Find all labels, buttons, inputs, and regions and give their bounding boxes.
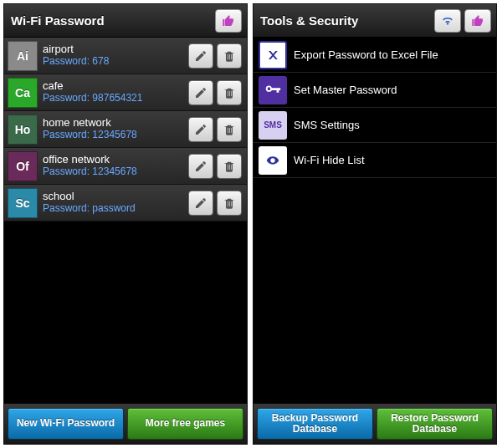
row-text: home network Password: 12345678 [43,117,188,141]
edit-button[interactable] [188,154,213,179]
svg-point-0 [272,159,274,161]
screen-wifi-password: Wi-Fi Password Ai airport Password: 678 … [3,3,248,445]
trash-icon [223,160,236,173]
password-line: Password: 678 [43,56,188,68]
delete-button[interactable] [217,191,242,216]
delete-button[interactable] [217,43,242,69]
tool-label: Wi-Fi Hide List [294,154,365,166]
tools-list: Export Password to Excel File Set Master… [254,38,496,178]
titlebar-right: Tools & Security [254,4,496,38]
row-text: cafe Password: 987654321 [43,80,188,104]
wifi-list: Ai airport Password: 678 Ca cafe Passwor… [4,38,247,221]
backup-button[interactable]: Backup Password Database [257,408,373,440]
thumbs-up-icon [470,14,485,28]
screen-title: Wi-Fi Password [9,13,212,28]
network-name: office network [43,154,188,166]
screen-title: Tools & Security [259,13,431,28]
row-text: school Password: password [43,191,188,215]
new-wifi-button[interactable]: New Wi-Fi Password [8,408,124,440]
tool-label: SMS Settings [294,119,360,131]
tool-master-password[interactable]: Set Master Password [254,73,496,108]
edit-button[interactable] [188,191,213,216]
password-line: Password: password [43,203,188,215]
pencil-icon [194,160,207,173]
edit-button[interactable] [188,117,213,142]
password-line: Password: 987654321 [43,93,188,104]
pencil-icon [194,49,207,63]
delete-button[interactable] [217,117,242,142]
network-name: airport [43,43,188,56]
like-button[interactable] [215,9,242,33]
bottom-bar-left: New Wi-Fi Password More free games [4,404,247,444]
empty-area [254,178,496,404]
empty-area [4,221,247,404]
wifi-row[interactable]: Ai airport Password: 678 [4,38,247,74]
like-button[interactable] [464,9,491,33]
more-games-button[interactable]: More free games [127,408,243,440]
pencil-icon [194,86,207,99]
excel-icon [259,41,287,69]
bottom-bar-right: Backup Password Database Restore Passwor… [254,404,496,444]
trash-icon [223,196,236,210]
delete-button[interactable] [217,154,242,179]
screen-tools-security: Tools & Security Export Password to Exce… [253,3,497,445]
wifi-row[interactable]: Of office network Password: 12345678 [4,148,247,185]
delete-button[interactable] [217,80,242,105]
row-badge: Ai [8,41,38,71]
network-name: school [43,191,188,203]
trash-icon [223,123,236,136]
wifi-row[interactable]: Ho home network Password: 12345678 [4,111,247,148]
row-badge: Sc [8,188,38,218]
sms-icon: SMS [259,111,287,140]
restore-button[interactable]: Restore Password Database [376,408,493,440]
key-icon [259,76,287,104]
row-badge: Ca [8,78,38,108]
edit-button[interactable] [188,80,213,105]
network-name: home network [43,117,188,130]
trash-icon [223,86,236,99]
trash-icon [223,49,236,63]
row-text: office network Password: 12345678 [43,154,188,178]
pencil-icon [194,123,207,136]
tool-hide-list[interactable]: Wi-Fi Hide List [254,143,496,178]
password-line: Password: 12345678 [43,166,188,178]
tool-label: Set Master Password [294,84,397,96]
tool-export-excel[interactable]: Export Password to Excel File [254,38,496,73]
row-text: airport Password: 678 [43,43,188,68]
wifi-row[interactable]: Ca cafe Password: 987654321 [4,74,247,111]
edit-button[interactable] [188,43,213,69]
eye-icon [259,146,287,175]
titlebar-left: Wi-Fi Password [4,4,247,38]
wifi-row[interactable]: Sc school Password: password [4,185,247,221]
thumbs-up-icon [221,14,236,28]
wifi-toggle-button[interactable] [434,9,461,33]
row-badge: Of [8,151,38,181]
row-badge: Ho [8,115,38,145]
wifi-icon [440,15,455,27]
tool-label: Export Password to Excel File [294,48,438,61]
tool-sms-settings[interactable]: SMS SMS Settings [254,108,496,143]
pencil-icon [194,196,207,210]
network-name: cafe [43,80,188,93]
password-line: Password: 12345678 [43,130,188,141]
